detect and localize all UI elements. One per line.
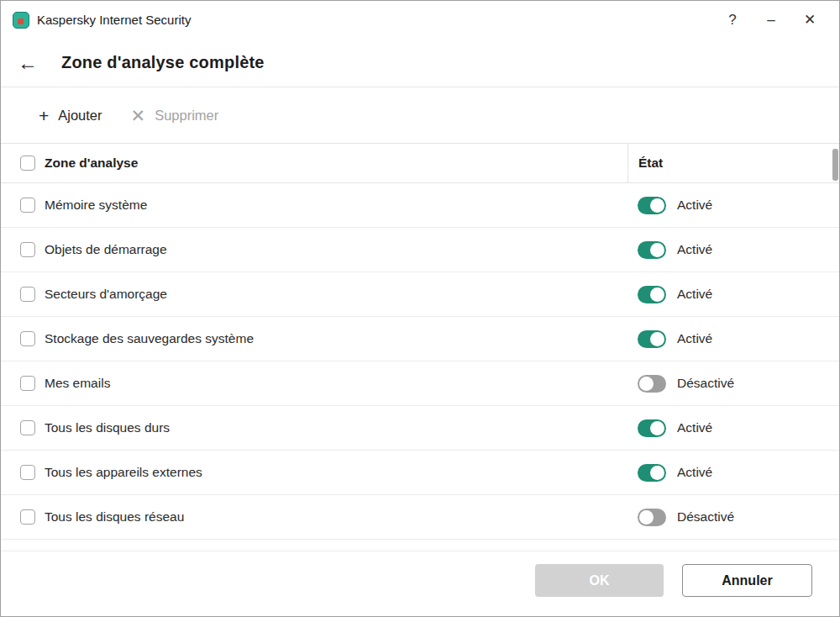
state-label: Désactivé — [677, 376, 734, 391]
state-label: Désactivé — [677, 509, 734, 525]
toggle-knob — [650, 421, 664, 435]
toggle-knob — [650, 198, 664, 213]
row-label: Stockage des sauvegardes système — [45, 331, 254, 346]
toggle-switch[interactable] — [638, 330, 666, 348]
toggle-knob — [650, 332, 664, 346]
row-checkbox[interactable] — [20, 465, 35, 480]
state-column-header: État — [638, 156, 663, 171]
row-label: Tous les appareils externes — [45, 465, 202, 480]
window-controls: ? – ✕ — [713, 6, 831, 34]
titlebar: Kaspersky Internet Security ? – ✕ — [1, 1, 839, 39]
row-state-cell: Activé — [627, 451, 839, 494]
delete-x-icon: ✕ — [131, 107, 146, 124]
row-state-cell: Activé — [627, 228, 839, 272]
delete-button-label: Supprimer — [155, 108, 218, 124]
toggle-knob — [639, 377, 654, 391]
table-row: Secteurs d'amorçage Activé — [1, 272, 839, 317]
table-header: Zone d'analyse État — [1, 144, 839, 183]
state-label: Activé — [677, 242, 712, 257]
row-zone-cell: Tous les appareils externes — [1, 465, 627, 480]
toggle-switch[interactable] — [638, 241, 666, 259]
row-label: Secteurs d'amorçage — [45, 287, 167, 302]
row-checkbox[interactable] — [20, 420, 35, 435]
zone-header-cell: Zone d'analyse — [1, 156, 627, 171]
toggle-switch[interactable] — [638, 375, 666, 393]
row-label: Objets de démarrage — [45, 242, 167, 257]
cancel-button[interactable]: Annuler — [682, 564, 812, 597]
row-state-cell: Activé — [627, 317, 839, 361]
table-row: Mémoire système Activé — [1, 183, 839, 228]
toggle-knob — [650, 466, 664, 480]
row-zone-cell: Mes emails — [1, 376, 627, 391]
row-checkbox[interactable] — [20, 242, 35, 257]
row-zone-cell: Objets de démarrage — [1, 242, 627, 257]
toggle-switch[interactable] — [638, 197, 666, 214]
scan-scope-table: Zone d'analyse État Mémoire système Acti… — [1, 143, 839, 551]
toggle-knob — [650, 287, 664, 302]
table-row: Stockage des sauvegardes système Activé — [1, 317, 839, 361]
delete-button[interactable]: ✕ Supprimer — [131, 107, 219, 124]
toggle-knob — [639, 510, 654, 525]
row-zone-cell: Tous les disques réseau — [1, 509, 627, 525]
state-label: Activé — [677, 287, 712, 302]
row-label: Mémoire système — [45, 198, 147, 213]
add-button[interactable]: + Ajouter — [39, 107, 102, 124]
add-button-label: Ajouter — [58, 108, 102, 124]
row-label: Mes emails — [45, 376, 110, 391]
app-identity: Kaspersky Internet Security — [13, 12, 713, 29]
select-all-checkbox[interactable] — [20, 156, 35, 171]
back-button[interactable]: ← — [18, 50, 45, 76]
state-label: Activé — [677, 198, 712, 213]
row-zone-cell: Secteurs d'amorçage — [1, 287, 627, 302]
row-state-cell: Désactivé — [627, 361, 839, 405]
table-body: Mémoire système Activé Objets de démarra… — [1, 183, 839, 540]
table-row: Mes emails Désactivé — [1, 361, 839, 406]
state-header-cell: État — [627, 144, 839, 182]
row-state-cell: Activé — [627, 406, 839, 450]
toggle-switch[interactable] — [638, 509, 666, 526]
row-state-cell: Désactivé — [627, 495, 839, 539]
toggle-knob — [650, 243, 664, 257]
row-zone-cell: Tous les disques durs — [1, 420, 627, 435]
row-checkbox[interactable] — [20, 198, 35, 213]
toolbar: + Ajouter ✕ Supprimer — [1, 87, 839, 143]
toggle-switch[interactable] — [638, 464, 666, 482]
row-checkbox[interactable] — [20, 331, 35, 346]
toggle-switch[interactable] — [638, 419, 666, 437]
row-state-cell: Activé — [627, 183, 839, 227]
plus-icon: + — [39, 107, 49, 124]
table-row: Objets de démarrage Activé — [1, 228, 839, 272]
table-row: Tous les appareils externes Activé — [1, 451, 839, 495]
row-checkbox[interactable] — [20, 376, 35, 391]
row-label: Tous les disques durs — [45, 420, 170, 435]
table-row: Tous les disques durs Activé — [1, 406, 839, 451]
row-zone-cell: Stockage des sauvegardes système — [1, 331, 627, 346]
state-label: Activé — [677, 465, 712, 480]
toggle-switch[interactable] — [638, 286, 666, 303]
footer: OK Annuler — [1, 551, 839, 597]
minimize-button[interactable]: – — [752, 6, 790, 34]
kaspersky-logo-icon — [13, 12, 29, 29]
state-label: Activé — [677, 331, 712, 346]
state-label: Activé — [677, 420, 712, 435]
row-checkbox[interactable] — [20, 287, 35, 302]
page-header: ← Zone d'analyse complète — [1, 39, 839, 87]
close-button[interactable]: ✕ — [790, 6, 829, 34]
row-checkbox[interactable] — [20, 509, 35, 525]
zone-column-header: Zone d'analyse — [45, 156, 138, 171]
help-button[interactable]: ? — [713, 6, 752, 34]
row-label: Tous les disques réseau — [45, 509, 184, 525]
table-row: Tous les disques réseau Désactivé — [1, 495, 839, 540]
kaspersky-window: Kaspersky Internet Security ? – ✕ ← Zone… — [0, 0, 840, 617]
row-zone-cell: Mémoire système — [1, 198, 627, 213]
clipped-next-row — [1, 540, 839, 551]
page-title: Zone d'analyse complète — [61, 53, 265, 72]
row-state-cell: Activé — [627, 272, 839, 316]
ok-button[interactable]: OK — [535, 564, 664, 597]
scrollbar-thumb[interactable] — [832, 149, 838, 181]
app-title: Kaspersky Internet Security — [37, 13, 191, 27]
